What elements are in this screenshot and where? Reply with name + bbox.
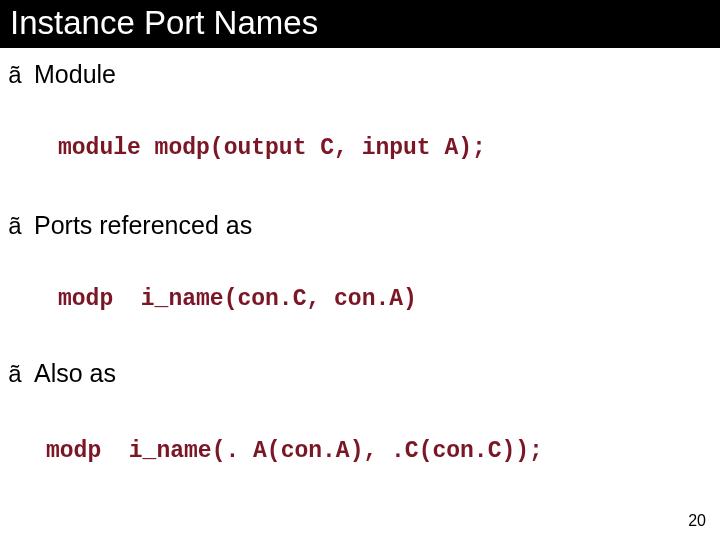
- bullet-glyph-icon: ã: [6, 362, 24, 386]
- bullet-text: Also as: [34, 359, 116, 388]
- bullet-text: Ports referenced as: [34, 211, 252, 240]
- slide-body: ã Module module modp(output C, input A);…: [0, 48, 720, 466]
- bullet-ports-ref: ã Ports referenced as: [6, 211, 720, 240]
- bullet-glyph-icon: ã: [6, 214, 24, 238]
- bullet-text: Module: [34, 60, 116, 89]
- slide: Instance Port Names ã Module module modp…: [0, 0, 720, 540]
- code-instance-named: modp i_name(. A(con.A), .C(con.C));: [46, 438, 720, 466]
- code-instance-positional: modp i_name(con.C, con.A): [58, 286, 720, 314]
- page-number: 20: [688, 512, 706, 530]
- slide-title: Instance Port Names: [10, 4, 318, 41]
- bullet-also-as: ã Also as: [6, 359, 720, 388]
- bullet-module: ã Module: [6, 60, 720, 89]
- bullet-glyph-icon: ã: [6, 63, 24, 87]
- code-module-decl: module modp(output C, input A);: [58, 135, 720, 163]
- title-bar: Instance Port Names: [0, 0, 720, 48]
